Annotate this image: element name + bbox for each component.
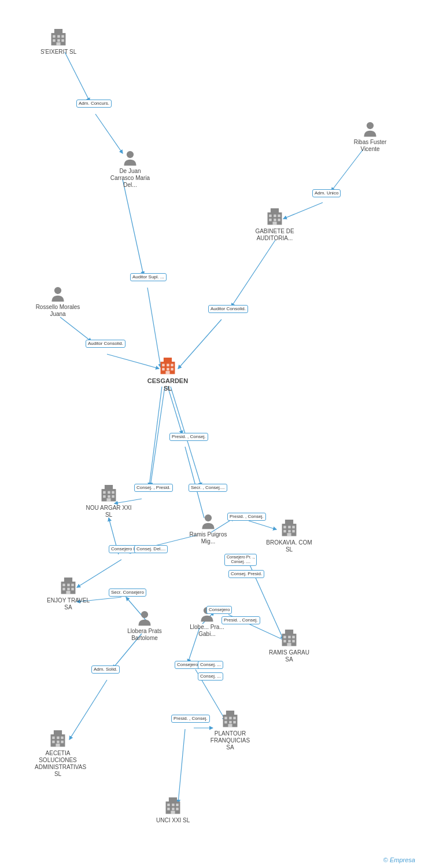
svg-rect-33	[54, 29, 62, 34]
node-llobera-prats-b[interactable]: Llobera Prats Bartolome	[121, 610, 168, 642]
relation-secr-consej1[interactable]: Secr. , Consej....	[189, 484, 227, 492]
svg-rect-45	[269, 215, 271, 217]
node-de-juan[interactable]: De Juan Carrasco Maria Del...	[107, 150, 153, 189]
relation-presid-consej2[interactable]: Presid. , Consej.	[227, 513, 266, 521]
svg-rect-34	[53, 35, 55, 38]
svg-rect-114	[61, 737, 63, 739]
building-icon-nou-argar	[99, 485, 118, 503]
svg-rect-120	[169, 797, 177, 803]
svg-rect-108	[233, 721, 235, 723]
relation-adm-concurs[interactable]: Adm. Concurs.	[76, 100, 112, 108]
svg-rect-76	[292, 526, 294, 528]
node-gabinete[interactable]: GABINETE DE AUDITORIA...	[252, 208, 298, 242]
svg-rect-116	[57, 741, 59, 743]
node-rossello[interactable]: Rossello Morales Juana	[35, 286, 81, 318]
svg-rect-95	[288, 636, 290, 638]
svg-line-7	[147, 288, 161, 367]
svg-rect-48	[269, 219, 271, 221]
svg-rect-63	[105, 485, 113, 490]
svg-rect-123	[176, 804, 179, 806]
svg-rect-94	[283, 636, 286, 638]
person-icon-ribas	[362, 122, 378, 138]
relation-consejero-pr[interactable]: Consejero Pr. .,Consej. ....	[224, 554, 257, 566]
relation-auditor-supl[interactable]: Auditor Supl. ...	[130, 273, 167, 281]
relation-consejero2[interactable]: Consejero	[206, 606, 232, 614]
svg-rect-35	[57, 35, 60, 38]
relation-presid-consej3[interactable]: Presid. , Consej.	[171, 715, 210, 723]
svg-rect-98	[288, 640, 290, 642]
svg-rect-84	[67, 584, 69, 586]
node-nou-argar[interactable]: NOU ARGAR XXI SL	[86, 485, 132, 518]
svg-rect-54	[164, 358, 172, 363]
svg-rect-44	[271, 208, 279, 214]
node-label-unci-xxi: UNCI XXI SL	[156, 817, 190, 824]
node-enjoy-travel[interactable]: ENJOY TRAVEL SA	[45, 578, 91, 611]
building-icon-plantour	[221, 711, 239, 729]
relation-consejero3[interactable]: Consejero	[175, 661, 200, 669]
svg-line-10	[168, 387, 182, 434]
node-label-brokavia: BROKAVIA. COM SL	[266, 539, 312, 553]
relation-secr-consejero[interactable]: Secr. Consejero	[109, 589, 146, 597]
node-cesgarden[interactable]: CESGARDEN SL	[145, 358, 191, 392]
svg-rect-127	[171, 811, 175, 814]
person-icon-ramis-puigros	[200, 514, 216, 530]
relation-consej4[interactable]: Consej. ...	[198, 672, 223, 681]
node-unci-xxi[interactable]: UNCI XXI SL	[156, 797, 190, 824]
node-aecetia[interactable]: AECETIA SOLUCIONES ADMINISTRATIVAS SL	[35, 730, 81, 778]
person-icon	[122, 150, 138, 167]
relation-adm-solid[interactable]: Adm. Solid.	[91, 665, 120, 674]
node-label-enjoy-travel: ENJOY TRAVEL SA	[45, 597, 91, 611]
relation-presid-consej1[interactable]: Presid. , Consej.	[169, 433, 208, 441]
svg-rect-80	[287, 533, 291, 536]
svg-rect-83	[62, 584, 65, 586]
node-seixerit[interactable]: S'EIXERIT SL	[40, 29, 76, 56]
svg-rect-103	[224, 717, 227, 719]
svg-line-0	[65, 52, 90, 101]
svg-rect-86	[62, 588, 65, 590]
svg-rect-93	[285, 630, 293, 635]
svg-rect-37	[53, 39, 55, 42]
node-ramis-garau[interactable]: RAMIS GARAU SA	[266, 630, 312, 663]
building-icon-ramis-garau	[280, 630, 298, 648]
relation-consej-del2[interactable]: Consej. Del....	[134, 545, 168, 553]
svg-point-42	[367, 122, 374, 129]
svg-rect-38	[57, 39, 60, 42]
svg-rect-87	[67, 588, 69, 590]
relation-auditor-consolid1[interactable]: Auditor Consolid.	[208, 305, 248, 313]
relation-consej-presid[interactable]: Consej. , Presid.	[134, 484, 173, 492]
node-brokavia[interactable]: BROKAVIA. COM SL	[266, 520, 312, 553]
relation-adm-unico[interactable]: Adm. Unico	[312, 189, 341, 197]
svg-rect-102	[226, 711, 234, 716]
node-ribas-fuster[interactable]: Ribas Fuster Vicente	[347, 122, 393, 153]
svg-rect-61	[165, 371, 169, 374]
person-icon-llobera-b	[136, 610, 153, 627]
svg-line-4	[60, 317, 91, 341]
svg-line-2	[331, 149, 363, 191]
relation-consej3[interactable]: Consej. ...	[198, 661, 223, 669]
relation-auditor-consolid2[interactable]: Auditor Consolid.	[86, 340, 125, 348]
svg-rect-60	[171, 368, 173, 370]
svg-rect-50	[278, 219, 280, 221]
svg-line-5	[123, 179, 143, 275]
svg-rect-109	[228, 724, 232, 727]
svg-line-31	[150, 387, 165, 486]
relation-sej-presid-consej[interactable]: Presid. , Consej.	[221, 616, 260, 624]
svg-point-71	[205, 514, 212, 521]
svg-rect-67	[103, 495, 105, 498]
svg-point-90	[141, 611, 148, 618]
svg-rect-105	[233, 717, 235, 719]
svg-rect-112	[52, 737, 54, 739]
svg-rect-56	[167, 364, 169, 366]
svg-rect-57	[171, 364, 173, 366]
node-ramis-puigros[interactable]: Ramis Puigros Mig...	[185, 514, 231, 545]
node-plantour[interactable]: PLANTOUR FRANQUICIAS SA	[207, 711, 253, 751]
svg-rect-82	[64, 578, 72, 583]
node-label-ribas: Ribas Fuster Vicente	[347, 139, 393, 153]
footer-brand: Empresa	[390, 856, 415, 863]
svg-rect-74	[283, 526, 286, 528]
svg-rect-55	[162, 364, 164, 366]
svg-rect-68	[108, 495, 110, 498]
svg-rect-64	[103, 491, 105, 494]
relation-consej-presid2[interactable]: Consej. Presid.	[228, 570, 264, 578]
svg-rect-122	[172, 804, 174, 806]
